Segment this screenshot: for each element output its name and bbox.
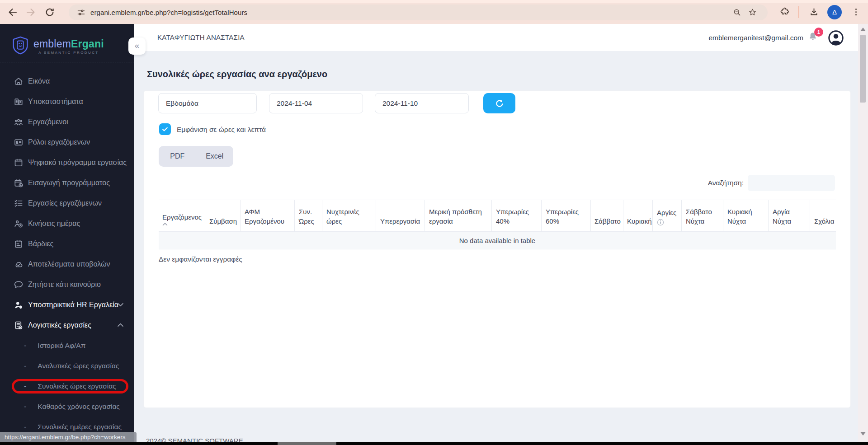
sidebar-item-employee-tasks[interactable]: Εργασίες εργαζόμενων (0, 193, 134, 213)
brand-tagline: A SEMANTIC PRODUCT (33, 51, 104, 55)
document-check-icon (14, 320, 24, 330)
user-email: emblemerganitest@gmail.com (708, 34, 803, 42)
taskbar-item (278, 442, 336, 445)
column-header-overtime-60[interactable]: Υπερωρίες 60% (541, 200, 590, 231)
sidebar-item-request-feature[interactable]: Ζητήστε κάτι καινούριο (0, 274, 134, 295)
brand-logo[interactable]: emblemErgani A SEMANTIC PRODUCT (10, 35, 104, 56)
toolbar-separator (798, 6, 799, 18)
sidebar-item-import-schedule[interactable]: Εισαγωγή προγράμματος (0, 173, 134, 193)
dash-bullet (24, 382, 26, 390)
table-search: Αναζήτηση: (708, 175, 835, 191)
date-from-input[interactable] (269, 93, 363, 113)
excel-export-button[interactable]: Excel (196, 146, 234, 167)
sidebar-group-hr-tools[interactable]: Υποστηρικτικά HR Εργαλεία (0, 295, 134, 315)
column-header-contract[interactable]: Σύμβαση (205, 200, 240, 231)
export-button-group: PDF Excel (159, 146, 233, 167)
back-icon[interactable] (7, 7, 18, 18)
site-settings-icon[interactable] (76, 8, 86, 17)
sidebar-item-submission-results[interactable]: Αποτελέσματα υποβολών (0, 254, 134, 274)
pdf-export-button[interactable]: PDF (159, 146, 196, 167)
scrollbar-up-arrow[interactable] (860, 28, 866, 31)
home-icon (14, 76, 24, 86)
dash-bullet (24, 342, 26, 350)
sidebar-item-branches[interactable]: Υποκαταστήματα (0, 91, 134, 112)
column-header-employee-vat[interactable]: ΑΦΜ Εργαζομένου (240, 200, 294, 231)
checklist-icon (14, 198, 24, 208)
column-header-night-hours[interactable]: Νυχτερινές ώρες (322, 200, 376, 231)
chevron-up-icon (118, 323, 123, 327)
sidebar-item-employees[interactable]: Εργαζόμενοι (0, 112, 134, 132)
people-icon (14, 117, 24, 127)
sidebar-item-employee-roles[interactable]: Ρόλοι εργαζόμενων (0, 132, 134, 152)
refresh-button[interactable] (483, 93, 515, 113)
person-clock-icon (14, 219, 24, 229)
sidebar-subitem-total-hours[interactable]: Συνολικές ώρες εργασίας (0, 376, 134, 396)
reload-icon[interactable] (44, 7, 55, 18)
notifications-button[interactable]: 1 (807, 31, 821, 45)
address-bar[interactable]: ergani.emblem.gr/be.php?ch=logistis/getT… (69, 5, 768, 20)
notification-badge: 1 (814, 28, 823, 37)
zoom-icon[interactable] (732, 8, 742, 17)
checkbox-label: Εμφάνιση σε ώρες και λεπτά (177, 126, 266, 134)
person-shield-icon (14, 300, 24, 310)
chat-bubble-icon (14, 280, 24, 290)
sidebar-item-shifts[interactable]: Βάρδιες (0, 234, 134, 254)
sidebar: emblemErgani A SEMANTIC PRODUCT Εικόνα Υ… (0, 24, 134, 445)
browser-profile-avatar[interactable]: Δ (827, 5, 842, 19)
column-header-holidays[interactable]: Αργίες (652, 200, 681, 231)
sort-ascending-icon (162, 223, 168, 226)
records-note: Δεν εμφανίζονται εγγραφές (159, 255, 242, 263)
sidebar-subitem-history[interactable]: Ιστορικό Αφ/Απ (0, 335, 134, 356)
column-header-total-hours[interactable]: Συν. Ώρες (294, 200, 322, 231)
dash-bullet (24, 403, 26, 411)
column-header-comments[interactable]: Σχόλια (810, 200, 836, 231)
page-scrollbar[interactable] (858, 24, 868, 442)
user-avatar[interactable] (827, 29, 844, 47)
extensions-icon[interactable] (780, 7, 790, 17)
search-label: Αναζήτηση: (708, 179, 744, 187)
sidebar-item-image[interactable]: Εικόνα (0, 71, 134, 91)
column-header-saturday-night[interactable]: Σάββατο Νύχτα (681, 200, 723, 231)
show-hours-minutes-checkbox[interactable] (159, 123, 171, 135)
link-preview-statusbar: https://ergani.emblem.gr/be.php?ch=worke… (0, 432, 137, 442)
sidebar-item-day-movements[interactable]: Κινήσεις ημέρας (0, 213, 134, 234)
scrollbar-down-arrow[interactable] (860, 432, 866, 436)
tab-strip (0, 0, 868, 3)
column-header-employee[interactable]: Εργαζόμενος (159, 200, 205, 231)
sidebar-menu: Εικόνα Υποκαταστήματα Εργαζόμενοι Ρόλοι … (0, 71, 134, 437)
refresh-icon (495, 98, 505, 108)
browser-menu-icon[interactable] (851, 7, 861, 17)
brand-name: emblemErgani (33, 38, 104, 50)
sidebar-subitem-detailed-hours[interactable]: Αναλυτικές ώρες εργασίας (0, 356, 134, 376)
column-header-saturday[interactable]: Σάββατο (590, 200, 623, 231)
page-title: Συνολικές ώρες εργασίας ανα εργαζόμενο (147, 69, 327, 80)
calendar-icon (14, 158, 24, 168)
sidebar-group-accounting-tasks[interactable]: Λογιστικές εργασίες (0, 315, 134, 335)
dash-bullet (24, 423, 26, 431)
total-hours-table: Εργαζόμενος Σύμβαση ΑΦΜ Εργαζομένου Συν.… (159, 200, 836, 249)
column-header-overwork[interactable]: Υπερεργασία (376, 200, 425, 231)
scrollbar-thumb[interactable] (860, 35, 866, 103)
sidebar-item-digital-schedule[interactable]: Ψηφιακό πρόγραμμα εργασίας (0, 152, 134, 173)
date-to-input[interactable] (375, 93, 469, 113)
downloads-icon[interactable] (809, 7, 819, 17)
sidebar-collapse-button[interactable]: « (128, 37, 146, 55)
forward-icon[interactable] (25, 7, 36, 18)
url-text[interactable]: ergani.emblem.gr/be.php?ch=logistis/getT… (90, 9, 247, 16)
sidebar-subitem-net-work-time[interactable]: Καθαρός χρόνος εργασίας (0, 396, 134, 417)
column-header-partial-additional-work[interactable]: Μερική πρόσθετη εργασία (425, 200, 491, 231)
company-name: ΚΑΤΑΦΥΓΙΩΤΗ ΑΝΑΣΤΑΣΙΑ (157, 33, 245, 41)
search-input[interactable] (748, 175, 835, 191)
shield-logo-icon (10, 35, 31, 56)
column-header-holiday-night[interactable]: Αργία Νύχτα (768, 200, 810, 231)
column-header-sunday-night[interactable]: Κυριακή Νύχτα (723, 200, 768, 231)
period-select[interactable]: Εβδομάδα (158, 93, 257, 113)
bookmark-star-icon[interactable] (748, 8, 757, 17)
column-header-overtime-40[interactable]: Υπερωρίες 40% (491, 200, 541, 231)
column-header-sunday[interactable]: Κυριακή (623, 200, 652, 231)
buildings-icon (14, 97, 24, 107)
table-header-row: Εργαζόμενος Σύμβαση ΑΦΜ Εργαζομένου Συν.… (159, 200, 836, 232)
calendar-list-icon (14, 239, 24, 249)
info-icon[interactable] (657, 219, 664, 226)
taskbar-edge (0, 442, 868, 445)
